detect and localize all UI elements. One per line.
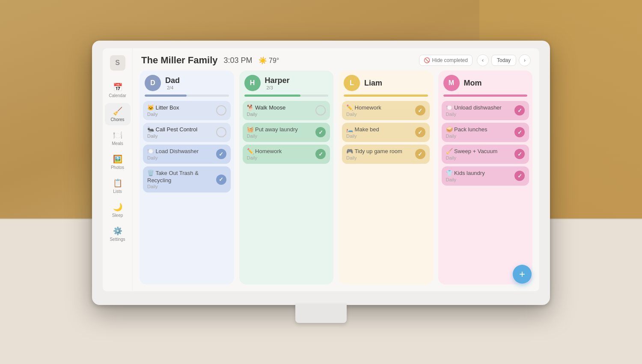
task-name-mom-0: 🍽️ Unload dishwasher bbox=[446, 104, 511, 112]
sidebar-item-meals[interactable]: 🍽️ Meals bbox=[105, 127, 131, 149]
task-card-liam-0: ✏️ Homework Daily bbox=[342, 101, 430, 120]
sidebar-item-sleep[interactable]: 🌙 Sleep bbox=[105, 199, 131, 221]
current-time: 3:03 PM bbox=[224, 56, 253, 65]
sidebar-item-photos[interactable]: 🖼️ Photos bbox=[105, 151, 131, 173]
task-check-mom-1[interactable] bbox=[514, 127, 525, 137]
person-name-dad: Dad bbox=[165, 76, 180, 85]
task-name-mom-1: 🥪 Pack lunches bbox=[446, 126, 511, 133]
task-freq-harper-0: Daily bbox=[247, 112, 312, 117]
tasks-harper: 🐕 Walk Moose Daily 🧺 Put away laundry Da… bbox=[239, 101, 334, 284]
task-card-dad-1: 🐜 Call Pest Control Daily bbox=[143, 123, 231, 142]
task-card-dad-3: 🗑️ Take Out Trash & Recycling Daily bbox=[143, 166, 231, 193]
sidebar-label-lists: Lists bbox=[113, 189, 122, 194]
sidebar: S 📅 Calendar 🧹 Chores 🍽️ Meals 🖼️ Photos… bbox=[103, 48, 133, 291]
task-check-mom-0[interactable] bbox=[514, 105, 525, 115]
task-info-dad-3: 🗑️ Take Out Trash & Recycling Daily bbox=[147, 170, 213, 189]
task-card-harper-1: 🧺 Put away laundry Daily bbox=[243, 123, 330, 142]
sidebar-label-settings: Settings bbox=[110, 237, 125, 242]
task-freq-dad-1: Daily bbox=[147, 133, 213, 139]
task-name-harper-2: ✏️ Homework bbox=[247, 148, 312, 155]
person-header-harper: H Harper 2/3 bbox=[239, 71, 334, 95]
task-freq-dad-3: Daily bbox=[147, 184, 213, 189]
progress-text-dad: 2/4 bbox=[167, 85, 180, 90]
task-check-dad-2[interactable] bbox=[216, 149, 226, 159]
task-check-harper-1[interactable] bbox=[315, 127, 326, 137]
task-info-harper-1: 🧺 Put away laundry Daily bbox=[247, 126, 312, 139]
task-info-liam-0: ✏️ Homework Daily bbox=[346, 104, 412, 117]
person-column-harper: H Harper 2/3 🐕 Walk Moose Daily 🧺 Put aw… bbox=[239, 71, 334, 284]
sidebar-label-calendar: Calendar bbox=[109, 93, 126, 98]
progress-bar-mom bbox=[443, 95, 528, 97]
sidebar-item-calendar[interactable]: 📅 Calendar bbox=[105, 79, 131, 101]
sidebar-item-settings[interactable]: ⚙️ Settings bbox=[105, 223, 131, 245]
task-check-dad-3[interactable] bbox=[216, 175, 226, 185]
task-check-harper-0[interactable] bbox=[315, 105, 326, 115]
add-chore-button[interactable]: + bbox=[513, 265, 532, 284]
prev-day-button[interactable]: ‹ bbox=[477, 54, 489, 66]
device-frame: S 📅 Calendar 🧹 Chores 🍽️ Meals 🖼️ Photos… bbox=[92, 41, 550, 305]
progress-fill-harper bbox=[244, 95, 301, 97]
task-card-mom-3: 👕 Kids laundry Daily bbox=[442, 166, 529, 186]
task-info-dad-2: 🍽️ Load Dishwasher Daily bbox=[147, 148, 213, 160]
weather-icon: ☀️ bbox=[259, 57, 267, 64]
task-card-mom-2: 🧹 Sweep + Vacuum Daily bbox=[442, 145, 529, 164]
task-card-liam-2: 🎮 Tidy up game room Daily bbox=[342, 145, 430, 164]
task-name-liam-2: 🎮 Tidy up game room bbox=[346, 148, 412, 155]
task-freq-mom-2: Daily bbox=[446, 155, 511, 160]
sidebar-item-chores[interactable]: 🧹 Chores bbox=[105, 103, 131, 125]
task-info-dad-1: 🐜 Call Pest Control Daily bbox=[147, 126, 213, 139]
eye-slash-icon: 🚫 bbox=[424, 57, 430, 63]
task-check-mom-2[interactable] bbox=[514, 149, 525, 159]
task-check-dad-0[interactable] bbox=[216, 105, 226, 115]
task-name-liam-1: 🛏️ Make bed bbox=[346, 126, 412, 133]
task-freq-dad-2: Daily bbox=[147, 155, 213, 160]
sidebar-label-meals: Meals bbox=[112, 141, 123, 146]
person-column-liam: L Liam ✏️ Homework Daily 🛏️ Make bed Dai… bbox=[339, 71, 433, 284]
sidebar-item-lists[interactable]: 📋 Lists bbox=[105, 175, 131, 197]
task-freq-mom-0: Daily bbox=[446, 112, 511, 117]
temperature: 79° bbox=[269, 57, 279, 64]
task-info-liam-1: 🛏️ Make bed Daily bbox=[346, 126, 412, 139]
progress-bar-harper bbox=[244, 95, 329, 97]
task-name-mom-3: 👕 Kids laundry bbox=[446, 170, 511, 177]
task-name-dad-2: 🍽️ Load Dishwasher bbox=[147, 148, 213, 155]
hide-completed-button[interactable]: 🚫 Hide completed bbox=[419, 55, 473, 66]
progress-text-harper: 2/3 bbox=[267, 85, 290, 90]
task-freq-liam-2: Daily bbox=[346, 155, 412, 160]
task-info-mom-0: 🍽️ Unload dishwasher Daily bbox=[446, 104, 511, 117]
app-logo: S bbox=[110, 55, 125, 71]
header: The Miller Family 3:03 PM ☀️ 79° 🚫 Hide … bbox=[133, 48, 539, 71]
task-card-mom-0: 🍽️ Unload dishwasher Daily bbox=[442, 101, 529, 120]
task-check-harper-2[interactable] bbox=[315, 149, 326, 159]
task-info-harper-2: ✏️ Homework Daily bbox=[247, 148, 312, 160]
avatar-liam: L bbox=[344, 75, 360, 91]
tasks-mom: 🍽️ Unload dishwasher Daily 🥪 Pack lunche… bbox=[438, 101, 533, 284]
task-freq-harper-2: Daily bbox=[247, 155, 312, 160]
meals-icon: 🍽️ bbox=[113, 130, 122, 140]
task-name-harper-0: 🐕 Walk Moose bbox=[247, 104, 312, 112]
today-button[interactable]: Today bbox=[491, 55, 516, 66]
task-card-dad-0: 🐱 Litter Box Daily bbox=[143, 101, 231, 120]
screen: S 📅 Calendar 🧹 Chores 🍽️ Meals 🖼️ Photos… bbox=[103, 48, 539, 291]
task-check-dad-1[interactable] bbox=[216, 127, 226, 137]
device-stand bbox=[295, 304, 347, 323]
chores-icon: 🧹 bbox=[113, 107, 122, 116]
avatar-harper: H bbox=[244, 75, 261, 91]
task-info-mom-1: 🥪 Pack lunches Daily bbox=[446, 126, 511, 139]
photos-icon: 🖼️ bbox=[113, 154, 122, 164]
task-check-liam-2[interactable] bbox=[415, 149, 425, 159]
person-header-dad: D Dad 2/4 bbox=[140, 71, 234, 95]
task-check-liam-1[interactable] bbox=[415, 127, 425, 137]
avatar-dad: D bbox=[145, 75, 161, 91]
avatar-mom: M bbox=[443, 75, 460, 91]
task-name-dad-3: 🗑️ Take Out Trash & Recycling bbox=[147, 170, 213, 184]
person-name-harper: Harper bbox=[265, 76, 290, 85]
task-check-mom-3[interactable] bbox=[514, 171, 525, 181]
lists-icon: 📋 bbox=[113, 178, 122, 188]
tasks-liam: ✏️ Homework Daily 🛏️ Make bed Daily 🎮 Ti… bbox=[339, 101, 433, 284]
next-day-button[interactable]: › bbox=[519, 54, 531, 66]
task-card-dad-2: 🍽️ Load Dishwasher Daily bbox=[143, 145, 231, 164]
task-freq-mom-3: Daily bbox=[446, 177, 511, 182]
task-check-liam-0[interactable] bbox=[415, 105, 425, 115]
progress-bar-liam bbox=[344, 95, 428, 97]
